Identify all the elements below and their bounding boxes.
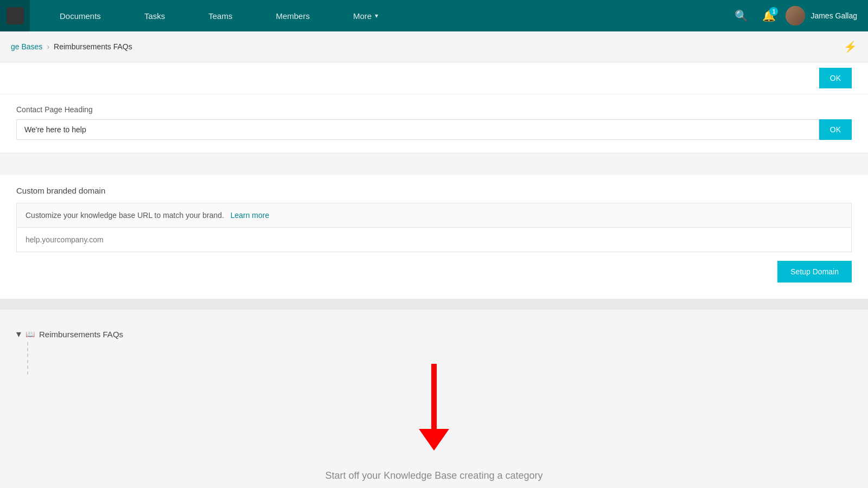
arrow-head	[419, 429, 449, 451]
custom-domain-description: Customize your knowledge base URL to mat…	[16, 203, 852, 228]
avatar-image	[786, 6, 805, 25]
breadcrumb-current: Reimbursements FAQs	[54, 42, 132, 51]
collapse-icon: ▾	[16, 328, 21, 340]
cta-text: Start off your Knowledge Base creating a…	[326, 470, 543, 481]
navbar: Documents Tasks Teams Members More ▾ 🔍 🔔…	[0, 0, 868, 31]
notification-icon[interactable]: 🔔 1	[758, 5, 780, 27]
learn-more-link[interactable]: Learn more	[231, 211, 270, 220]
setup-domain-button[interactable]: Setup Domain	[777, 261, 852, 282]
custom-domain-label: Custom branded domain	[16, 186, 852, 195]
contact-heading-label: Contact Page Heading	[16, 105, 852, 114]
red-arrow	[419, 364, 449, 451]
user-name[interactable]: James Gallag	[810, 11, 857, 20]
contact-heading-input[interactable]	[16, 119, 819, 140]
domain-desc-text: Customize your knowledge base URL to mat…	[25, 211, 224, 220]
custom-domain-section: Custom branded domain Customize your kno…	[0, 175, 868, 299]
breadcrumb-parent[interactable]: ge Bases	[11, 42, 42, 51]
top-bar: OK	[0, 62, 868, 94]
nav-tasks[interactable]: Tasks	[123, 0, 187, 31]
nav-right: 🔍 🔔 1 James Gallag	[730, 5, 868, 27]
kb-tree-item[interactable]: ▾ 📖 Reimbursements FAQs	[16, 326, 852, 342]
kb-tree-name: Reimbursements FAQs	[39, 330, 123, 339]
main-content: OK Contact Page Heading OK Custom brande…	[0, 62, 868, 488]
book-icon: 📖	[25, 330, 35, 338]
nav-documents[interactable]: Documents	[38, 0, 123, 31]
nav-teams[interactable]: Teams	[187, 0, 254, 31]
arrow-shaft	[431, 364, 437, 429]
spacer-1	[0, 153, 868, 175]
contact-heading-ok-button[interactable]: OK	[819, 119, 852, 140]
domain-input[interactable]	[25, 233, 843, 246]
contact-heading-section: Contact Page Heading OK	[0, 94, 868, 153]
chevron-down-icon: ▾	[375, 12, 378, 20]
logo-icon	[7, 7, 24, 24]
nav-members[interactable]: Members	[254, 0, 331, 31]
nav-more[interactable]: More ▾	[331, 0, 400, 31]
domain-input-wrap	[16, 228, 852, 252]
contact-heading-input-row: OK	[16, 119, 852, 140]
breadcrumb-separator: ›	[47, 42, 49, 51]
notification-badge: 1	[769, 7, 778, 16]
setup-btn-row: Setup Domain	[16, 261, 852, 282]
nav-more-label: More	[353, 11, 372, 21]
bottom-section: ▾ 📖 Reimbursements FAQs Start off your K…	[0, 310, 868, 488]
breadcrumb: ge Bases › Reimbursements FAQs ⚡	[0, 31, 868, 62]
search-icon[interactable]: 🔍	[730, 5, 752, 27]
cta-section: Start off your Knowledge Base creating a…	[0, 364, 868, 488]
flash-icon: ⚡	[844, 40, 857, 53]
logo[interactable]	[0, 0, 30, 31]
section-divider	[0, 299, 868, 310]
nav-links: Documents Tasks Teams Members More ▾	[38, 0, 400, 31]
top-ok-button[interactable]: OK	[819, 68, 852, 88]
avatar[interactable]	[786, 6, 805, 25]
